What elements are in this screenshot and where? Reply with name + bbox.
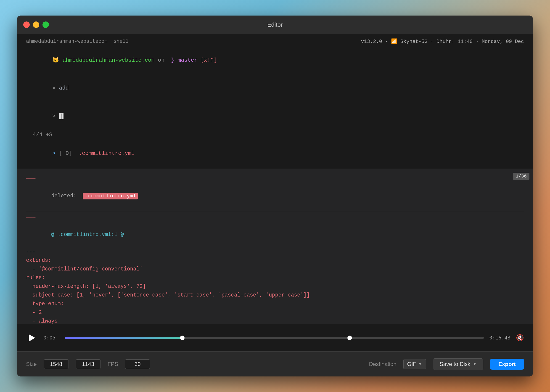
current-time: 0:05	[43, 335, 59, 341]
title-bar: Editor	[17, 15, 533, 34]
fps-input[interactable]	[125, 359, 150, 369]
diff-line5: header-max-length: [1, 'always', 72]	[26, 282, 524, 291]
total-time: 0:16.43	[489, 335, 510, 341]
save-chevron-icon: ▼	[473, 362, 477, 366]
fps-label: FPS	[108, 361, 118, 367]
diff-line3: - '@commitlint/config-conventional'	[26, 265, 524, 274]
volume-icon[interactable]: 🔇	[516, 334, 524, 342]
diff-separator-line	[26, 211, 524, 211]
format-select[interactable]: GIF ▼	[403, 359, 426, 369]
terminal-git-status: 4/4 +S	[26, 130, 524, 140]
terminal-hostname-shell: ahmedabdulrahman-websitecom shell	[26, 39, 129, 44]
diff-counter: 1/36	[513, 173, 529, 180]
main-content: ahmedabdulrahman-websitecom shell v13.2.…	[17, 34, 533, 377]
diff-line4: rules:	[26, 274, 524, 282]
terminal-status: v13.2.0 · 📶 Skynet-5G · Dhuhr: 11:40 · M…	[361, 38, 524, 45]
save-label: Save to Disk	[439, 361, 470, 367]
terminal-file1-line: > [ D] .commitlintrc.yml	[26, 140, 524, 168]
traffic-lights	[23, 21, 49, 28]
play-icon	[29, 334, 35, 342]
diff-line7: type-enum:	[26, 300, 524, 308]
destination-label: Destination	[369, 361, 397, 367]
diff-line2: extends:	[26, 256, 524, 265]
video-controls: 0:05 0:16.43 🔇	[17, 324, 533, 351]
terminal-top-bar: ahmedabdulrahman-websitecom shell v13.2.…	[26, 38, 524, 45]
terminal-section: ahmedabdulrahman-websitecom shell v13.2.…	[17, 34, 533, 168]
terminal-cmd-add: » add	[26, 74, 524, 102]
size-height-input[interactable]	[76, 359, 101, 369]
progress-bar[interactable]	[65, 337, 484, 339]
terminal-cursor-line: > |	[26, 102, 524, 130]
progress-thumb-right[interactable]	[348, 336, 352, 340]
main-window: Editor ahmedabdulrahman-websitecom shell…	[17, 15, 533, 377]
deleted-filename: .commitlintrc.yml	[83, 193, 138, 199]
diff-line8: - 2	[26, 308, 524, 317]
chevron-down-icon: ▼	[418, 362, 422, 366]
minimize-button[interactable]	[33, 21, 39, 28]
diff-line1: ---	[26, 248, 524, 257]
diff-separator2: ———	[26, 213, 524, 222]
terminal-prompt-line: 🐱 ahmedabdulrahman-website.com on } mast…	[26, 46, 524, 74]
diff-hunk-header: @ .commitlintrc.yml:1 @	[26, 222, 524, 248]
close-button[interactable]	[23, 21, 30, 28]
diff-line6: subject-case: [1, 'never', ['sentence-ca…	[26, 291, 524, 300]
format-value: GIF	[407, 361, 416, 367]
window-title: Editor	[267, 21, 283, 28]
export-button[interactable]: Export	[490, 359, 524, 370]
play-button[interactable]	[26, 332, 38, 344]
size-label: Size	[26, 361, 37, 367]
progress-fill	[65, 337, 182, 339]
diff-line9: - always	[26, 317, 524, 324]
fullscreen-button[interactable]	[42, 21, 49, 28]
progress-thumb-left[interactable]	[180, 336, 185, 340]
diff-deleted-line: deleted: .commitlintrc.yml	[26, 183, 524, 209]
save-to-disk-button[interactable]: Save to Disk ▼	[433, 358, 483, 370]
bottom-bar: Size FPS Destination GIF ▼ Save to Disk …	[17, 351, 533, 377]
size-width-input[interactable]	[44, 359, 69, 369]
diff-section: 1/36 ——— deleted: .commitlintrc.yml ——— …	[17, 168, 533, 324]
diff-separator1: ———	[26, 175, 524, 183]
